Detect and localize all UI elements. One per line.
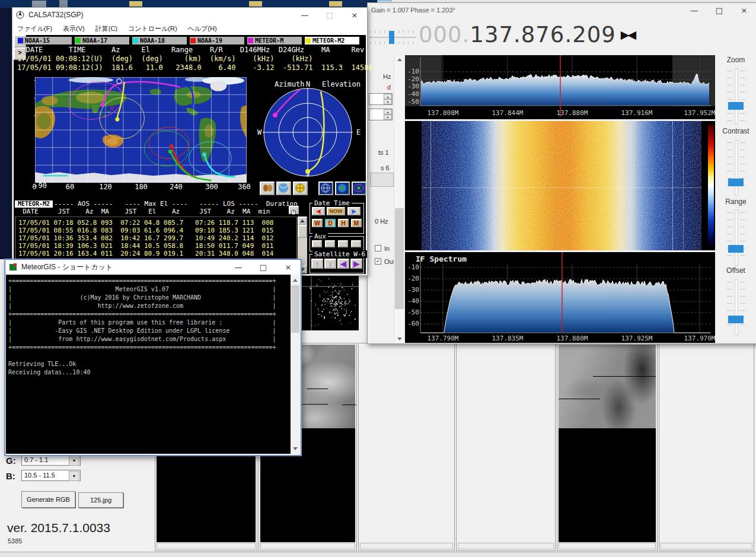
- dropdown-arrow-icon[interactable]: ▼: [69, 471, 79, 481]
- step-week-button[interactable]: W: [312, 219, 323, 227]
- maximize-icon[interactable]: □: [707, 3, 732, 17]
- freq-tick: 137.844M: [492, 109, 524, 117]
- spinner-field[interactable]: ▲▼: [369, 93, 393, 105]
- step-day-button[interactable]: D: [325, 219, 336, 227]
- tab-meteor-m2[interactable]: METEOR-M2: [305, 37, 359, 44]
- satellite-prev-button[interactable]: ◀: [337, 259, 349, 269]
- jpg-button[interactable]: 125.jpg: [78, 492, 123, 508]
- noaa-17-position: [168, 149, 173, 154]
- offset-slider[interactable]: [735, 279, 738, 335]
- disabled-button[interactable]: [370, 173, 394, 187]
- out-checkbox[interactable]: ✓: [375, 258, 381, 265]
- image-slot-empty: [456, 343, 556, 551]
- close-icon[interactable]: ×: [342, 8, 367, 22]
- waterfall[interactable]: [405, 121, 715, 250]
- aux-group: Aux: [310, 236, 364, 252]
- noaa-18-position: [202, 152, 206, 157]
- satellite-up-button[interactable]: ↑: [311, 259, 323, 269]
- frequency-value[interactable]: 137.876.209: [470, 22, 615, 47]
- menu-calc[interactable]: 計算(C): [95, 24, 117, 33]
- scroll-up-icon[interactable]: [394, 55, 404, 64]
- minimize-icon[interactable]: —: [226, 260, 251, 274]
- slider-handle[interactable]: [389, 31, 394, 44]
- satellite-image: [559, 345, 656, 542]
- tab-noaa-17[interactable]: NOAA-17: [75, 37, 129, 44]
- blue-channel-dropdown[interactable]: 10.5 - 11.5 ▼: [21, 470, 81, 481]
- menu-file[interactable]: ファイル(F): [17, 24, 52, 33]
- lamp-button[interactable]: [293, 182, 308, 195]
- offset-slider-handle[interactable]: [728, 316, 744, 323]
- tab-noaa-18[interactable]: NOAA-18: [132, 37, 187, 44]
- zoom-slider-handle[interactable]: [728, 102, 744, 110]
- in-checkbox[interactable]: [375, 245, 381, 252]
- rf-spectrum-plot[interactable]: -10 -20 -30 -40 -50 137.808M 137.844M 13…: [405, 55, 715, 119]
- console-scrollbar[interactable]: [291, 275, 300, 454]
- satellite-down-button[interactable]: ↓: [324, 259, 336, 269]
- zero-hz-label: 0 Hz: [375, 218, 388, 225]
- tab-noaa-15[interactable]: NOAA-15: [17, 37, 72, 44]
- frequency-step-icon[interactable]: ▶◀: [621, 28, 634, 41]
- sdr-title: Gain = 1.007 Phase = 1.203°: [371, 7, 455, 14]
- tab-meteor-m[interactable]: METEOR-M: [247, 37, 302, 44]
- screen: G: 0.7 - 1.1 ▼ B: 10.5 - 11.5 ▼ Generate…: [0, 0, 756, 557]
- corrected-label-fragment: d: [387, 84, 391, 91]
- earth-button[interactable]: [335, 182, 350, 195]
- scrollbar-thumb[interactable]: [395, 208, 404, 309]
- scroll-up-icon[interactable]: [298, 217, 307, 225]
- menu-view[interactable]: 表示(V): [63, 24, 85, 33]
- step-minute-button[interactable]: M: [351, 219, 362, 227]
- scroll-down-icon[interactable]: [394, 335, 404, 343]
- satellite-next-button[interactable]: ▶: [350, 259, 362, 269]
- menu-control[interactable]: コントロール(R): [128, 24, 177, 33]
- pass-table-columns: DATE JST Az MA JST El Az JST Az MA min: [15, 208, 270, 215]
- sdr-scrollbar[interactable]: [394, 55, 404, 343]
- meteor-m2-position: [115, 117, 119, 122]
- aux-button-3[interactable]: [338, 240, 348, 247]
- console-output[interactable]: +=======================================…: [6, 275, 291, 454]
- time-back-button[interactable]: ◀: [312, 207, 325, 215]
- contrast-slider-handle[interactable]: [728, 179, 744, 186]
- if-spectrum-plot[interactable]: IF Spectrum -10 -20 -30 -40 -50 -60 137.…: [405, 252, 715, 343]
- spinner-field[interactable]: ▲▼: [369, 109, 393, 120]
- spinner-arrows[interactable]: ▲▼: [384, 109, 392, 120]
- range-slider-handle[interactable]: [728, 245, 744, 253]
- time-now-button[interactable]: NOW: [327, 207, 345, 215]
- contrast-slider-label: Contrast: [715, 127, 756, 135]
- freq-tick: 137.880M: [557, 109, 588, 117]
- tab-noaa-19[interactable]: NOAA-19: [190, 37, 244, 44]
- aux-button-4[interactable]: [351, 240, 361, 247]
- clock-icon[interactable]: [289, 206, 299, 214]
- zoom-slider[interactable]: [735, 68, 738, 124]
- step-hour-button[interactable]: H: [338, 219, 349, 227]
- footprint-view-button[interactable]: [260, 182, 275, 195]
- globe-view-button[interactable]: [276, 182, 291, 195]
- grid-globe-button[interactable]: [318, 182, 333, 195]
- close-icon[interactable]: ×: [276, 260, 301, 274]
- minimize-icon[interactable]: —: [682, 3, 707, 17]
- dropdown-arrow-icon[interactable]: ▼: [69, 456, 79, 466]
- maximize-icon[interactable]: □: [317, 8, 342, 22]
- lon-label: 360: [232, 183, 256, 191]
- scroll-down-icon[interactable]: [291, 444, 300, 453]
- spinner-arrows[interactable]: ▲▼: [384, 94, 392, 104]
- maximize-icon[interactable]: □: [251, 260, 276, 274]
- aux-button-1[interactable]: [312, 240, 322, 247]
- close-icon[interactable]: ×: [732, 3, 756, 17]
- background-window-fragment: [129, 1, 142, 7]
- menu-help[interactable]: ヘルプ(H): [188, 24, 217, 33]
- minimize-icon[interactable]: —: [292, 8, 317, 22]
- satellite-group: Satellite W-6 ↑ ↓ ◀ ▶: [310, 254, 364, 273]
- frequency-display[interactable]: 000.137.876.209▶◀: [419, 22, 634, 47]
- scroll-up-icon[interactable]: [291, 276, 300, 284]
- aux-button-2[interactable]: [325, 240, 335, 247]
- scrollbar-thumb[interactable]: [291, 285, 299, 333]
- svg-text:137.925M: 137.925M: [621, 335, 653, 342]
- time-forward-button[interactable]: ▶: [347, 207, 361, 215]
- scrollbar-thumb[interactable]: [298, 225, 307, 238]
- frequency-step-slider[interactable]: [369, 29, 416, 46]
- range-slider[interactable]: [735, 210, 738, 266]
- green-channel-dropdown[interactable]: 0.7 - 1.1 ▼: [21, 454, 81, 466]
- generate-rgb-button[interactable]: Generate RGB: [21, 491, 75, 508]
- orbit-map-button[interactable]: [352, 182, 366, 195]
- contrast-slider[interactable]: [735, 140, 738, 196]
